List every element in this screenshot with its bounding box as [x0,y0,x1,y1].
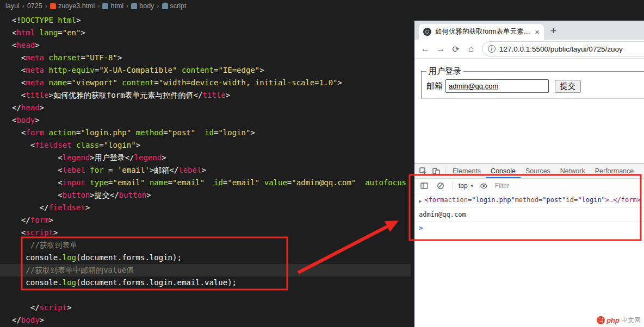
breadcrumb-separator: › [45,2,47,10]
new-tab-button[interactable]: + [550,26,556,36]
email-label: 邮箱 [426,81,443,91]
symbol-icon [131,3,137,9]
symbol-icon [102,3,108,9]
breadcrumb-item-zuoye3.html[interactable]: zuoye3.html [50,2,95,10]
tab-favicon-icon [423,28,431,36]
back-icon[interactable]: ← [419,44,432,54]
tab-title: 如何优雅的获取form表单元素与控件的值 [435,27,531,36]
devtools-tab-elements[interactable]: Elements [448,163,486,178]
devtools-panel: ElementsConsoleSourcesNetworkPerformance… [414,163,644,327]
login-row: 邮箱 提交 [426,79,644,93]
breadcrumb-label: zuoye3.html [58,2,95,10]
browser-tab[interactable]: 如何优雅的获取form表单元素与控件的值 × [419,24,544,40]
reload-icon[interactable]: ⟳ [449,44,462,54]
breadcrumb-label: 0725 [27,2,42,10]
context-selector-label: top [459,182,468,190]
console-messages: ▶<form action="login.php" method="post" … [414,193,644,235]
login-fieldset: 用户登录 邮箱 提交 [421,66,644,99]
breadcrumb-item-layui[interactable]: layui [5,2,20,10]
php-cn-watermark: php 中文网 [597,316,641,325]
html-file-icon [50,3,56,9]
breadcrumb-item-body[interactable]: body [131,2,154,10]
breadcrumb-separator: › [22,2,24,10]
watermark-brand: php [606,316,620,324]
breadcrumb-item-html[interactable]: html [102,2,123,10]
watermark-suffix: 中文网 [621,316,641,325]
devtools-tab-console[interactable]: Console [486,163,521,178]
chevron-down-icon: ▼ [470,184,474,188]
breadcrumb-label: script [170,2,187,10]
toolbar-divider [453,181,453,190]
console-row-element[interactable]: ▶<form action="login.php" method="post" … [414,193,644,208]
expand-triangle-icon[interactable]: ▶ [419,197,422,205]
forward-icon[interactable]: → [434,44,447,54]
breadcrumb-separator: › [126,2,128,10]
url-field[interactable]: i 127.0.0.1:5500/public/layui/0725/zuoy [482,41,644,56]
rendered-page: 用户登录 邮箱 提交 [414,59,644,163]
devtools-tab-network[interactable]: Network [555,163,590,178]
devtools-tabs: ElementsConsoleSourcesNetworkPerformance [448,163,639,178]
console-toolbar: top ▼ [414,179,644,193]
device-toolbar-icon[interactable] [430,165,443,178]
login-legend: 用户登录 [426,66,463,77]
context-selector[interactable]: top ▼ [459,182,474,190]
console-sidebar-icon[interactable] [418,179,431,192]
breadcrumb-separator: › [97,2,100,10]
inspect-icon[interactable] [417,165,430,178]
console-prompt-chevron: > [419,224,423,232]
screenshot-root: layui›0725›zuoye3.html›html›body›script … [0,0,644,327]
toolbar-divider [445,167,445,175]
php-logo-icon [597,316,605,324]
browser-address-bar: ← → ⟳ ⌂ i 127.0.0.1:5500/public/layui/07… [414,40,644,59]
info-icon[interactable]: i [488,45,496,53]
console-row-log: admin@qq.com [414,208,644,222]
devtools-toolbar: ElementsConsoleSourcesNetworkPerformance [414,163,644,179]
breadcrumb: layui›0725›zuoye3.html›html›body›script [0,0,644,12]
breadcrumb-item-script[interactable]: script [162,2,187,10]
email-input[interactable] [445,79,549,93]
browser-window: 如何优雅的获取form表单元素与控件的值 × + ← → ⟳ ⌂ i 127.0… [411,21,644,327]
devtools-tab-performance[interactable]: Performance [590,163,639,178]
clear-console-icon[interactable] [434,179,447,192]
symbol-icon [162,3,168,9]
breadcrumb-label: html [110,2,123,10]
breadcrumb-item-0725[interactable]: 0725 [27,2,42,10]
devtools-tab-sources[interactable]: Sources [521,163,555,178]
breadcrumb-label: layui [5,2,20,10]
home-icon[interactable]: ⌂ [465,44,478,54]
live-expression-eye-icon[interactable] [478,179,491,192]
url-text: 127.0.0.1:5500/public/layui/0725/zuoy [499,45,623,53]
console-filter-input[interactable] [494,181,572,190]
browser-tab-bar: 如何优雅的获取form表单元素与控件的值 × + [414,21,644,40]
breadcrumb-separator: › [157,2,159,10]
breadcrumb-label: body [139,2,154,10]
tab-close-icon[interactable]: × [535,28,540,36]
console-row-prompt: > [414,222,644,235]
submit-button[interactable]: 提交 [555,80,581,93]
